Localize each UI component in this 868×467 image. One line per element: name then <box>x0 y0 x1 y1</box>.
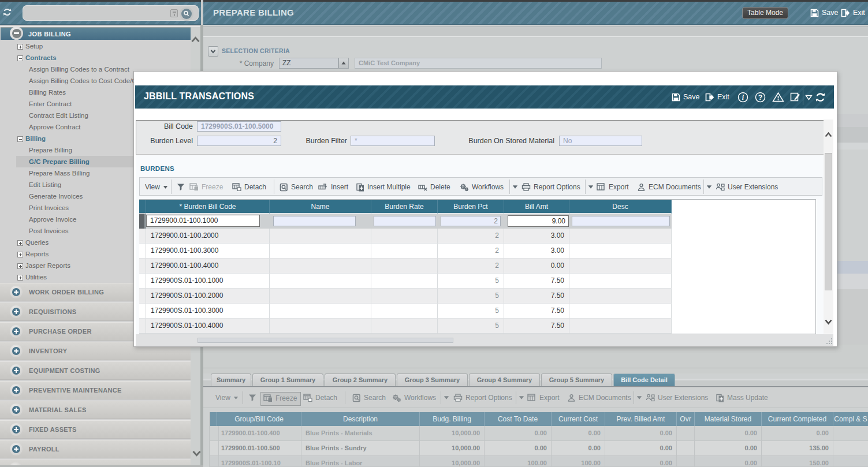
svg-text:i: i <box>742 94 744 102</box>
svg-text:?: ? <box>758 94 762 102</box>
